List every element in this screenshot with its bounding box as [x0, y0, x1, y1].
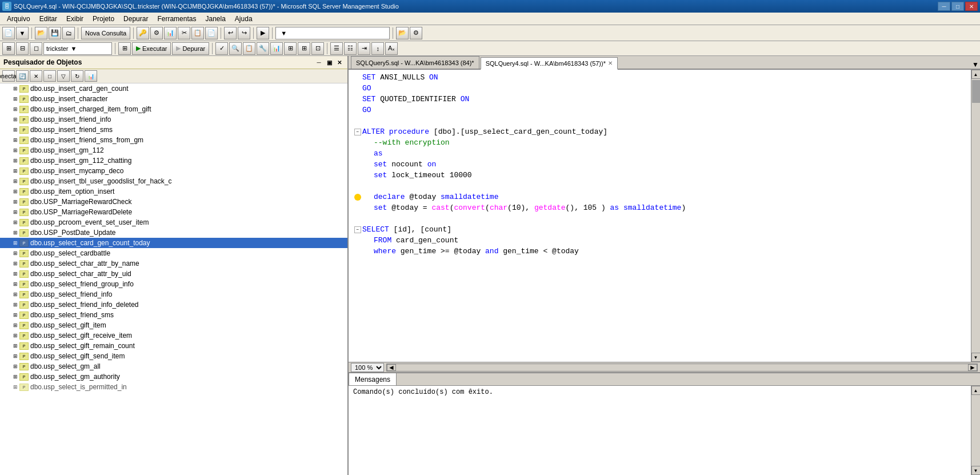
tab-dropdown-btn[interactable]: ▼ [971, 61, 980, 69]
tool3[interactable]: 📊 [164, 27, 177, 39]
tab-sqlquery5[interactable]: SQLQuery5.sql - W...KA\bm4618343 (84)* [351, 56, 479, 69]
expand-icon[interactable]: ⊞ [11, 157, 19, 165]
oe-filter-btn[interactable]: ▽ [57, 70, 70, 82]
expand-icon[interactable]: ⊞ [11, 383, 19, 391]
qt-btn15[interactable]: ⇥ [358, 42, 370, 55]
oe-sync-btn[interactable]: ↻ [71, 70, 83, 82]
expand-icon[interactable]: ⊞ [11, 239, 19, 247]
new-dropdown[interactable]: ▼ [16, 27, 29, 39]
expand-icon[interactable]: ⊞ [11, 321, 19, 329]
list-item[interactable]: ⊞ P dbo.usp_select_is_permitted_in [0, 382, 347, 392]
list-item[interactable]: ⊞ P dbo.usp_insert_tbl_user_goodslist_fo… [0, 176, 347, 186]
list-item[interactable]: ⊞ P dbo.USP_MarriageRewardCheck [0, 197, 347, 207]
oe-connect-btn[interactable]: Conectar▼ [2, 70, 15, 82]
oe-close-btn[interactable]: ✕ [335, 58, 344, 67]
tool4[interactable]: ✂ [178, 27, 190, 39]
qt-btn14[interactable]: ☷ [344, 42, 357, 55]
list-item[interactable]: ⊞ P dbo.usp_pcroom_event_set_user_item [0, 217, 347, 227]
zoom-selector[interactable]: 100 % 75 % 150 % [351, 363, 384, 372]
h-scrollbar[interactable]: ◄ ► [386, 364, 978, 372]
expand-icon[interactable]: ⊞ [11, 136, 19, 144]
list-item[interactable]: ⊞ P dbo.usp_select_gift_item [0, 320, 347, 330]
menu-janela[interactable]: Janela [201, 13, 230, 25]
right-btn2[interactable]: ⚙ [410, 27, 422, 39]
right-btn1[interactable]: 📂 [396, 27, 409, 39]
expand-icon[interactable]: ⊞ [11, 198, 19, 206]
qt-btn17[interactable]: Aₓ [385, 42, 398, 55]
close-button[interactable]: ✕ [965, 2, 978, 11]
qt-btn7[interactable]: 📋 [243, 42, 255, 55]
list-item[interactable]: ⊞ P dbo.usp_select_char_attr_by_name [0, 258, 347, 269]
list-item[interactable]: ⊞ P dbo.usp_insert_friend_info [0, 114, 347, 125]
list-item[interactable]: ⊞ P dbo.usp_insert_character [0, 94, 347, 104]
expand-icon[interactable]: ⊞ [11, 260, 19, 268]
list-item[interactable]: ⊞ P dbo.usp_insert_friend_sms [0, 125, 347, 135]
tool5[interactable]: 📋 [191, 27, 204, 39]
qt-btn8[interactable]: 🔧 [257, 42, 269, 55]
fold-button[interactable]: − [354, 129, 361, 135]
fold-button[interactable]: − [354, 226, 361, 233]
list-item[interactable]: ⊞ P dbo.usp_insert_card_gen_count [0, 83, 347, 94]
tool1[interactable]: 🔑 [137, 27, 149, 39]
menu-editar[interactable]: Editar [35, 13, 62, 25]
scroll-right-btn[interactable]: ► [968, 364, 977, 371]
qt-btn9[interactable]: 📊 [270, 42, 283, 55]
expand-icon[interactable]: ⊞ [11, 177, 19, 185]
db-dropdown[interactable]: trickster ▼ [43, 42, 112, 55]
list-item[interactable]: ⊞ P dbo.usp_select_gift_remain_count [0, 341, 347, 351]
list-item[interactable]: ⊞ P dbo.usp_select_gift_send_item [0, 351, 347, 361]
msg-scroll-down[interactable]: ▼ [971, 466, 981, 475]
expand-icon[interactable]: ⊞ [11, 373, 19, 381]
expand-icon[interactable]: ⊞ [11, 218, 19, 226]
expand-icon[interactable]: ⊞ [11, 332, 19, 340]
execute-btn[interactable]: ▶ Executar [132, 42, 171, 55]
oe-pin-btn[interactable]: ─ [314, 58, 323, 67]
list-item[interactable]: ⊞ P dbo.usp_select_gm_authority [0, 372, 347, 382]
open-btn[interactable]: 📂 [35, 27, 47, 39]
list-item[interactable]: ⊞ P dbo.usp_select_friend_group_info [0, 279, 347, 289]
qt-btn13[interactable]: ☰ [330, 42, 343, 55]
tool2[interactable]: ⚙ [150, 27, 163, 39]
debug-start[interactable]: ▶ [257, 27, 269, 39]
list-item[interactable]: ⊞ P dbo.usp_insert_mycamp_deco [0, 166, 347, 176]
expand-icon[interactable]: ⊞ [11, 270, 19, 278]
menu-arquivo[interactable]: Arquivo [2, 13, 35, 25]
list-item[interactable]: ⊞ P dbo.usp_select_gift_receive_item [0, 330, 347, 341]
qt-btn5[interactable]: ✓ [215, 42, 228, 55]
msg-scroll-up[interactable]: ▲ [971, 386, 981, 395]
list-item[interactable]: ⊞ P dbo.USP_PostDate_Update [0, 227, 347, 238]
oe-report-btn[interactable]: 📊 [85, 70, 97, 82]
qt-btn4[interactable]: ⊞ [118, 42, 131, 55]
maximize-button[interactable]: □ [951, 2, 964, 11]
expand-icon[interactable]: ⊞ [11, 167, 19, 175]
list-item[interactable]: ⊞ P dbo.usp_select_friend_sms [0, 310, 347, 320]
qt-btn10[interactable]: ⊞ [284, 42, 297, 55]
tab-close-icon[interactable]: ✕ [608, 60, 613, 66]
messages-scrollbar[interactable]: ▲ ▼ [971, 386, 980, 475]
qt-btn3[interactable]: ◻ [30, 42, 42, 55]
expand-icon[interactable]: ⊞ [11, 311, 19, 319]
menu-ajuda[interactable]: Ajuda [230, 13, 257, 25]
expand-icon[interactable]: ⊞ [11, 301, 19, 309]
scroll-down-btn[interactable]: ▼ [971, 353, 981, 362]
expand-icon[interactable]: ⊞ [11, 352, 19, 360]
expand-icon[interactable]: ⊞ [11, 280, 19, 288]
list-item[interactable]: ⊞ P dbo.USP_MarriageRewardDelete [0, 207, 347, 217]
oe-tree[interactable]: ⊞ P dbo.usp_insert_card_gen_count ⊞ P db… [0, 83, 347, 475]
oe-float-btn[interactable]: ▣ [325, 58, 334, 67]
debug-btn[interactable]: ▶ Depurar [172, 42, 209, 55]
new-btn[interactable]: 📄 [2, 27, 15, 39]
save-btn[interactable]: 💾 [49, 27, 61, 39]
scroll-left-btn[interactable]: ◄ [387, 364, 396, 371]
expand-icon[interactable]: ⊞ [11, 362, 19, 370]
menu-depurar[interactable]: Depurar [119, 13, 153, 25]
oe-refresh-btn[interactable]: 🔄 [16, 70, 29, 82]
list-item[interactable]: ⊞ P dbo.usp_select_char_attr_by_uid [0, 269, 347, 279]
context-dropdown[interactable]: ▼ [275, 27, 390, 39]
qt-btn16[interactable]: ↕ [371, 42, 384, 55]
expand-icon[interactable]: ⊞ [11, 95, 19, 103]
tab-sqlquery4[interactable]: SQLQuery4.sql - W...KA\bm4618343 (57))* … [481, 57, 618, 70]
list-item[interactable]: ⊞ P dbo.usp_select_cardbattle [0, 248, 347, 258]
list-item[interactable]: ⊞ P dbo.usp_insert_gm_112_chatting [0, 155, 347, 166]
expand-icon[interactable]: ⊞ [11, 290, 19, 298]
